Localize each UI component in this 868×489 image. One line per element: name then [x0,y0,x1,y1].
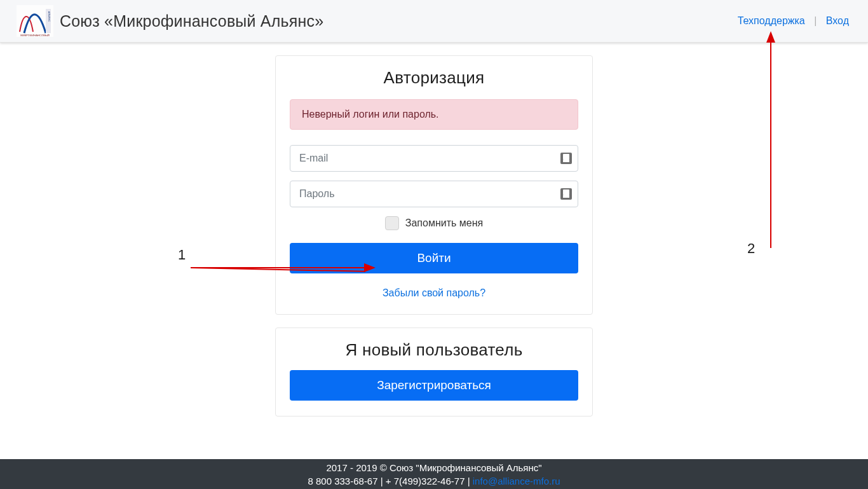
remember-checkbox[interactable] [385,216,399,230]
page-body: Авторизация Неверный логин или пароль. З… [0,43,868,417]
password-input[interactable] [290,181,578,207]
email-input[interactable] [290,145,578,172]
footer-contacts: 8 800 333-68-67 | + 7(499)322-46-77 | in… [308,474,560,488]
auth-title: Авторизация [290,68,578,88]
footer-phone1: 8 800 333-68-67 [308,476,377,486]
remember-text: Запомнить меня [405,217,483,229]
auth-error-alert: Неверный логин или пароль. [290,99,578,130]
svg-text:МИКРОФИНАНСОВЫЙ: МИКРОФИНАНСОВЫЙ [20,34,50,37]
site-title: Союз «Микрофинансовый Альянс» [60,12,323,31]
footer-copyright: 2017 - 2019 © Союз "Микрофинансовый Алья… [326,461,541,474]
email-field-wrap [290,145,578,172]
site-logo: МИКРОФИНАНСОВЫЙ АЛЬЯНС [17,5,53,37]
header-bar: МИКРОФИНАНСОВЫЙ АЛЬЯНС Союз «Микрофинанс… [0,0,868,43]
remember-row: Запомнить меня [290,216,578,233]
footer: 2017 - 2019 © Союз "Микрофинансовый Алья… [0,459,868,489]
footer-phone2: + 7(499)322-46-77 [386,476,465,486]
autofill-icon [560,188,572,200]
password-field-wrap [290,181,578,207]
autofill-icon [560,153,572,164]
auth-card: Авторизация Неверный логин или пароль. З… [275,55,593,315]
svg-text:АЛЬЯНС: АЛЬЯНС [48,11,51,22]
forgot-row: Забыли свой пароль? [290,287,578,299]
footer-email-link[interactable]: info@alliance-mfo.ru [473,476,560,486]
login-link[interactable]: Вход [826,15,849,26]
header-link-separator: | [814,15,817,26]
remember-label[interactable]: Запомнить меня [385,216,483,230]
forgot-password-link[interactable]: Забыли свой пароль? [383,287,485,298]
header-links: Техподдержка | Вход [738,15,849,27]
register-button[interactable]: Зарегистрироваться [290,370,578,401]
register-title: Я новый пользователь [290,340,578,360]
support-link[interactable]: Техподдержка [738,15,805,26]
register-card: Я новый пользователь Зарегистрироваться [275,327,593,417]
submit-button[interactable]: Войти [290,243,578,273]
